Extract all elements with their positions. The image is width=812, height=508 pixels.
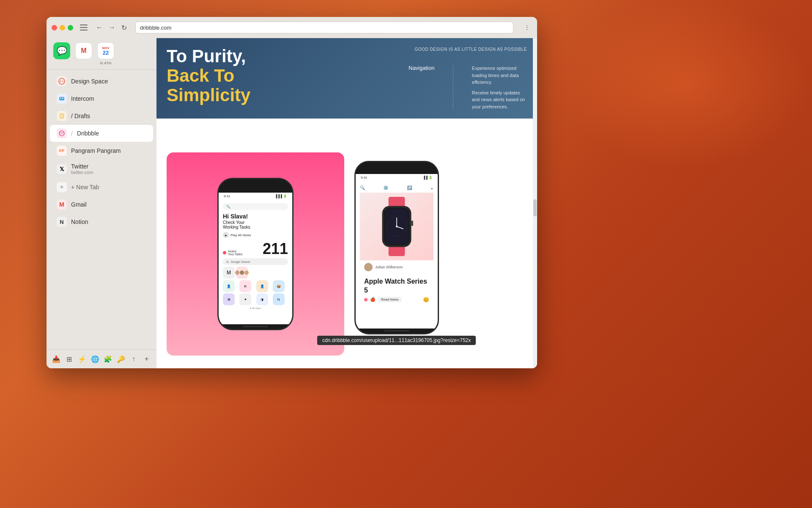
phone-card-pink: 9:41 ▐▐▐ 🔋 🔍 Hi Slava! Check YourWorking… bbox=[167, 152, 344, 356]
app-faces: 👤 bbox=[223, 280, 235, 292]
lightning-icon[interactable]: ⚡ bbox=[77, 353, 87, 365]
intercom-icon bbox=[57, 94, 67, 104]
bookmark-whatsapp[interactable]: 💬 bbox=[53, 42, 70, 65]
apple-icon: 🍎 bbox=[370, 297, 375, 302]
app-arc: ◑ bbox=[256, 293, 268, 305]
phone1-play: ▶ Play All News bbox=[223, 232, 288, 238]
hero-tagline: GOOD DESIGN IS AS LITTLE DESIGN AS POSSI… bbox=[409, 47, 527, 52]
sidebar-item-dribbble[interactable]: / Dribbble bbox=[50, 125, 153, 142]
phone-mockup-2: 9:41 ▐▐ 🔋 🔍 ⚙️ ↗️ ⌄ bbox=[354, 161, 439, 334]
app-icon-gmail: M bbox=[223, 267, 235, 279]
product-actions: 🍎 Read News 😊 bbox=[360, 295, 433, 304]
phone1-all-apps: ● All Apps bbox=[223, 307, 288, 309]
sidebar-item-drafts[interactable]: / Drafts bbox=[50, 108, 153, 124]
sidebar-item-intercom[interactable]: Intercom bbox=[50, 90, 153, 107]
add-icon[interactable]: + bbox=[142, 353, 152, 365]
sidebar-label-dribbble: Dribbble bbox=[77, 130, 99, 137]
upload-icon[interactable]: ↑ bbox=[129, 353, 139, 365]
sidebar-toggle-icon[interactable] bbox=[80, 25, 88, 30]
sidebar: 💬 M NOV 22 in 47m bbox=[47, 38, 156, 368]
traffic-lights bbox=[52, 25, 73, 30]
twitter-icon: 𝕏 bbox=[57, 164, 67, 174]
puzzle-icon[interactable]: 🧩 bbox=[103, 353, 113, 365]
pink-dot bbox=[364, 298, 368, 301]
globe-icon[interactable]: 🌐 bbox=[91, 353, 100, 365]
svg-rect-13 bbox=[389, 246, 405, 256]
sidebar-label-gmail: Gmail bbox=[71, 201, 87, 208]
downloads-icon[interactable]: 📥 bbox=[52, 353, 61, 365]
maximize-button[interactable] bbox=[68, 25, 73, 30]
svg-point-1 bbox=[60, 80, 61, 82]
hero-title-line1: To Purity, bbox=[167, 47, 409, 66]
forward-button[interactable]: → bbox=[107, 23, 117, 33]
svg-rect-3 bbox=[59, 97, 64, 100]
phone2-signal: ▐▐ 🔋 bbox=[422, 176, 433, 179]
title-bar: ← → ↻ dribbble.com ⋮ bbox=[47, 17, 537, 38]
calendar-date: 22 bbox=[103, 50, 109, 55]
user-name-text: Julian Wilkerson bbox=[375, 265, 403, 269]
emoji-icon: 😊 bbox=[423, 297, 429, 303]
hero-title: To Purity, Back To Simplicity bbox=[167, 47, 409, 110]
svg-rect-5 bbox=[62, 98, 63, 99]
phone1-task-label: Your Tasks: bbox=[228, 253, 243, 256]
cards-section: 9:41 ▐▐▐ 🔋 🔍 Hi Slava! Check YourWorking… bbox=[156, 152, 537, 366]
browser-window: ← → ↻ dribbble.com ⋮ 💬 M NOV bbox=[47, 17, 537, 368]
browser-body: 💬 M NOV 22 in 47m bbox=[47, 38, 537, 368]
sidebar-item-design-space[interactable]: Design Space bbox=[50, 73, 153, 90]
sidebar-bottom: 📥 ⊞ ⚡ 🌐 🧩 🔑 ↑ + bbox=[47, 349, 156, 368]
bookmark-gmail[interactable]: M bbox=[75, 42, 92, 65]
bookmark-calendar[interactable]: NOV 22 in 47m bbox=[97, 42, 114, 65]
calendar-icon: NOV 22 bbox=[97, 42, 114, 59]
whatsapp-icon: 💬 bbox=[53, 42, 70, 59]
notion-icon: N bbox=[57, 217, 67, 227]
hero-title-line3: Simplicity bbox=[167, 86, 409, 105]
close-button[interactable] bbox=[52, 25, 57, 30]
sidebar-item-gmail[interactable]: M Gmail bbox=[50, 196, 153, 213]
url-tooltip: cdn.dribbble.com/userupload/11...111ac31… bbox=[317, 336, 476, 345]
sidebar-item-new-tab[interactable]: + + New Tab bbox=[50, 179, 153, 196]
phone1-number: 211 bbox=[263, 241, 288, 257]
url-text: dribbble.com bbox=[140, 25, 171, 31]
svg-rect-4 bbox=[60, 98, 61, 99]
scrollbar-thumb[interactable] bbox=[533, 199, 537, 216]
phone-card-watch: 9:41 ▐▐ 🔋 🔍 ⚙️ ↗️ ⌄ bbox=[354, 152, 439, 356]
back-button[interactable]: ← bbox=[94, 23, 104, 33]
product-title: Apple Watch Series 5 bbox=[360, 274, 433, 295]
hero-nav-label: Navigation bbox=[409, 65, 434, 71]
sidebar-item-notion[interactable]: N Notion bbox=[50, 213, 153, 230]
main-content[interactable]: To Purity, Back To Simplicity GOOD DESIG… bbox=[156, 38, 537, 368]
app-r: R bbox=[239, 280, 251, 292]
svg-rect-12 bbox=[389, 197, 405, 207]
design-space-icon bbox=[57, 76, 67, 86]
grid-icon[interactable]: ⊞ bbox=[65, 353, 74, 365]
svg-rect-21 bbox=[411, 221, 413, 226]
phone1-subtitle: Check YourWorking Tasks bbox=[223, 220, 288, 229]
hero-title-line2: Back To bbox=[167, 66, 409, 86]
read-news-button[interactable]: Read News bbox=[378, 297, 402, 302]
sidebar-label-drafts: / Drafts bbox=[71, 113, 90, 119]
pangram-icon: PP bbox=[57, 146, 67, 156]
sidebar-label-intercom: Intercom bbox=[71, 95, 94, 102]
sidebar-item-twitter[interactable]: 𝕏 Twitter twitter.com bbox=[50, 160, 153, 178]
minimize-button[interactable] bbox=[60, 25, 65, 30]
hero-nav: Navigation bbox=[409, 65, 434, 71]
sidebar-nav: Design Space Intercom / Drafts bbox=[47, 70, 156, 349]
refresh-button[interactable]: ↻ bbox=[120, 23, 129, 33]
hero-description: Experience optimized loading times and d… bbox=[472, 65, 527, 110]
phone1-time: 9:41 bbox=[224, 194, 230, 198]
address-bar[interactable]: dribbble.com bbox=[135, 22, 513, 33]
sidebar-label-new-tab: + New Tab bbox=[71, 184, 99, 190]
phone1-google-search: Google Search bbox=[230, 260, 250, 263]
menu-icon[interactable]: ⋮ bbox=[522, 22, 532, 33]
sidebar-label-twitter: Twitter bbox=[71, 163, 93, 170]
sidebar-bookmarks: 💬 M NOV 22 in 47m bbox=[47, 38, 156, 70]
phone2-home-indicator bbox=[384, 330, 409, 331]
phone1-task-app: Asana bbox=[228, 250, 243, 253]
phone2-time: 9:41 bbox=[361, 176, 368, 179]
shield-icon[interactable]: 🔑 bbox=[116, 353, 126, 365]
user-avatar bbox=[364, 263, 373, 271]
app-grid: ⊞ bbox=[223, 293, 235, 305]
sidebar-item-pangram[interactable]: PP Pangram Pangram bbox=[50, 142, 153, 159]
sidebar-label-design-space: Design Space bbox=[71, 78, 108, 85]
sidebar-label-pangram: Pangram Pangram bbox=[71, 147, 121, 154]
